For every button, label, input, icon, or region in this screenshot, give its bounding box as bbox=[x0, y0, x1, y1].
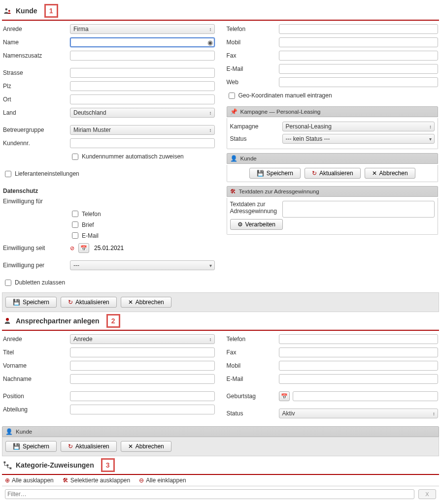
ap-status-select[interactable]: Aktiv bbox=[279, 409, 439, 418]
label-strasse: Strasse bbox=[3, 69, 67, 76]
cb-telefon[interactable]: Telefon bbox=[70, 209, 101, 219]
process-icon: ⚙ bbox=[237, 221, 243, 228]
dubletten-checkbox[interactable]: Dubletten zulassen bbox=[3, 278, 65, 287]
ap-position-input[interactable] bbox=[70, 391, 215, 401]
label-email: E-Mail bbox=[227, 65, 276, 72]
label-mobil: Mobil bbox=[227, 39, 276, 46]
speichern-button[interactable]: 💾Speichern bbox=[249, 168, 301, 179]
person-icon: 👤 bbox=[230, 155, 237, 162]
lookup-icon[interactable]: ◉ bbox=[207, 39, 213, 46]
einwilligung-per-select[interactable]: --- bbox=[70, 260, 215, 270]
label-ap-nachname: Nachname bbox=[3, 376, 67, 382]
ap-fax-input[interactable] bbox=[279, 347, 439, 357]
label-web: Web bbox=[227, 79, 276, 86]
lieferanten-label: Lieferanteneinstellungen bbox=[15, 170, 79, 177]
save-icon: 💾 bbox=[13, 443, 20, 450]
svg-point-1 bbox=[8, 10, 10, 12]
mobil-input[interactable] bbox=[279, 37, 439, 47]
cb-email[interactable]: E-Mail bbox=[70, 231, 101, 240]
label-plz: Plz bbox=[3, 83, 67, 90]
label-telefon: Telefon bbox=[227, 26, 276, 32]
namenszusatz-input[interactable] bbox=[70, 51, 215, 61]
cancel-icon: ✕ bbox=[128, 443, 133, 450]
lieferanten-checkbox[interactable]: Lieferanteneinstellungen bbox=[3, 169, 79, 179]
kunde-header: Kunde 1 bbox=[2, 2, 439, 21]
clear-filter-button[interactable]: X bbox=[418, 489, 436, 499]
ansprechpartner-header: Ansprechpartner anlegen 2 bbox=[2, 312, 439, 331]
label-ap-telefon: Telefon bbox=[227, 336, 276, 343]
ap-abbrechen-button[interactable]: ✕Abbrechen bbox=[121, 441, 171, 452]
selektierte-ausklappen[interactable]: 🛠Selektierte ausklappen bbox=[63, 477, 130, 484]
plz-input[interactable] bbox=[70, 81, 215, 91]
calendar-icon[interactable]: 📅 bbox=[78, 243, 89, 253]
geo-checkbox[interactable]: Geo-Koordinaten manuell eintragen bbox=[227, 91, 332, 100]
ap-titel-input[interactable] bbox=[70, 347, 215, 357]
cancel-icon: ✕ bbox=[372, 170, 377, 177]
cancel-icon: ✕ bbox=[128, 299, 133, 306]
alle-einklappen[interactable]: ⊖Alle einklappen bbox=[139, 477, 186, 484]
abbrechen-button[interactable]: ✕Abbrechen bbox=[365, 168, 415, 179]
expand-all-icon: ⊕ bbox=[5, 477, 10, 484]
email-input[interactable] bbox=[279, 64, 439, 74]
ap-vorname-input[interactable] bbox=[70, 361, 215, 371]
aktualisieren-button-2[interactable]: ↻Aktualisieren bbox=[61, 297, 117, 308]
tree-filter-input[interactable] bbox=[5, 489, 414, 499]
customers-icon bbox=[3, 6, 12, 15]
web-input[interactable] bbox=[279, 77, 439, 87]
category-tree: ◢Hauptknotenpunkt ▸Quelle ▸Branchen ▸Tes… bbox=[2, 502, 439, 504]
status-select[interactable]: --- kein Status --- bbox=[282, 134, 435, 144]
label-kampagne: Kampagne bbox=[230, 123, 279, 130]
tree-icon bbox=[3, 461, 12, 470]
label-textdaten: Textdaten zur Adressgewinnung bbox=[230, 201, 279, 215]
svg-rect-5 bbox=[10, 468, 12, 470]
ort-input[interactable] bbox=[70, 94, 215, 104]
telefon-input[interactable] bbox=[279, 24, 439, 34]
expand-selected-icon: 🛠 bbox=[63, 477, 68, 484]
label-einwilligung-seit: Einwilligung seit bbox=[3, 245, 67, 252]
save-icon: 💾 bbox=[257, 170, 264, 177]
ap-nachname-input[interactable] bbox=[70, 374, 215, 384]
fax-input[interactable] bbox=[279, 51, 439, 61]
ap-speichern-button[interactable]: 💾Speichern bbox=[5, 441, 57, 452]
kampagne-select[interactable]: Personal-Leasing bbox=[282, 122, 435, 131]
label-ap-email: E-Mail bbox=[227, 376, 276, 382]
save-icon: 💾 bbox=[13, 299, 20, 306]
label-datenschutz: Datenschutz bbox=[3, 188, 67, 194]
kategorie-title: Kategorie-Zuweisungen bbox=[16, 461, 94, 469]
name-input[interactable] bbox=[70, 37, 215, 47]
autokundennr-checkbox[interactable]: Kundennummer automatisch zuweisen bbox=[70, 152, 184, 161]
collapse-all-icon: ⊖ bbox=[139, 477, 144, 484]
refresh-icon: ↻ bbox=[68, 443, 73, 450]
refresh-icon: ↻ bbox=[68, 299, 73, 306]
svg-rect-4 bbox=[7, 465, 9, 467]
ap-anrede-select[interactable]: Anrede bbox=[70, 334, 215, 344]
land-select[interactable]: Deutschland bbox=[70, 108, 215, 118]
cb-brief[interactable]: Brief bbox=[70, 220, 101, 229]
label-einwilligung-per: Einwilligung per bbox=[3, 262, 67, 269]
autokundennr-label: Kundennummer automatisch zuweisen bbox=[82, 153, 184, 160]
ap-email-input[interactable] bbox=[279, 374, 439, 384]
verarbeiten-button[interactable]: ⚙Verarbeiten bbox=[230, 219, 283, 230]
speichern-button-2[interactable]: 💾Speichern bbox=[5, 297, 57, 308]
anrede-select[interactable]: Firma bbox=[70, 24, 215, 34]
calendar-icon[interactable]: 📅 bbox=[279, 391, 290, 401]
ap-telefon-input[interactable] bbox=[279, 334, 439, 344]
ap-geburtstag-input[interactable] bbox=[293, 391, 439, 401]
label-ap-anrede: Anrede bbox=[3, 336, 67, 343]
betreuergruppe-select[interactable]: Miriam Muster bbox=[70, 125, 215, 135]
abbrechen-button-2[interactable]: ✕Abbrechen bbox=[121, 297, 171, 308]
ap-aktualisieren-button[interactable]: ↻Aktualisieren bbox=[61, 441, 117, 452]
alle-ausklappen[interactable]: ⊕Alle ausklappen bbox=[5, 477, 54, 484]
pin-icon: 📌 bbox=[230, 108, 237, 115]
einwilligung-date-input[interactable] bbox=[92, 243, 215, 253]
strasse-input[interactable] bbox=[70, 68, 215, 78]
aktualisieren-button[interactable]: ↻Aktualisieren bbox=[305, 168, 361, 179]
ap-abteilung-input[interactable] bbox=[70, 405, 215, 414]
contact-icon bbox=[3, 316, 12, 325]
ap-mobil-input[interactable] bbox=[279, 361, 439, 371]
label-ap-fax: Fax bbox=[227, 349, 276, 356]
label-ap-vorname: Vorname bbox=[3, 362, 67, 369]
label-ap-mobil: Mobil bbox=[227, 362, 276, 369]
kundennr-input[interactable] bbox=[70, 138, 215, 148]
textdaten-textarea[interactable] bbox=[282, 201, 435, 218]
